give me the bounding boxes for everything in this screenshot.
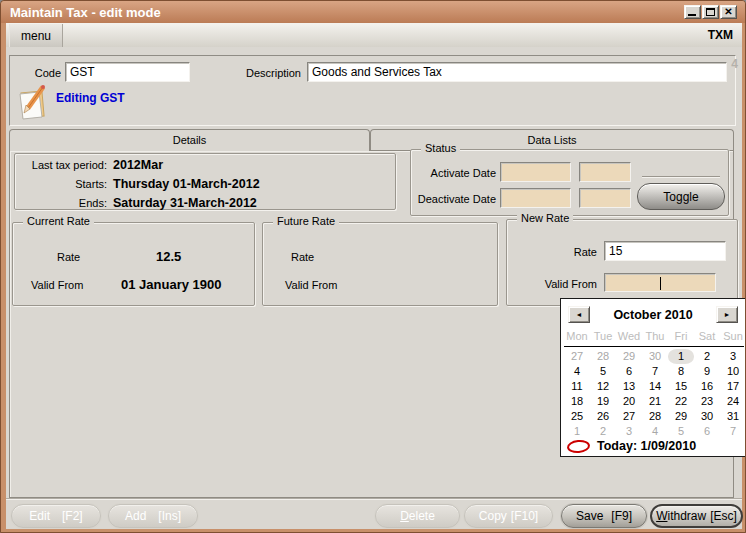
weekday-label: Thu bbox=[642, 330, 668, 342]
calendar-day[interactable]: 26 bbox=[590, 409, 616, 424]
activate-date-input-1[interactable] bbox=[500, 162, 571, 182]
new-rate-legend: New Rate bbox=[517, 212, 573, 224]
calendar-day[interactable]: 1 bbox=[564, 424, 590, 439]
calendar-day[interactable]: 8 bbox=[668, 364, 694, 379]
maximize-icon bbox=[706, 8, 715, 16]
calendar-day[interactable]: 21 bbox=[642, 394, 668, 409]
calendar-day[interactable]: 15 bbox=[668, 379, 694, 394]
calendar-day[interactable]: 6 bbox=[616, 364, 642, 379]
calendar-day[interactable]: 30 bbox=[642, 349, 668, 364]
calendar-day[interactable]: 4 bbox=[642, 424, 668, 439]
calendar-day[interactable]: 19 bbox=[590, 394, 616, 409]
calendar-day[interactable]: 11 bbox=[564, 379, 590, 394]
save-button-label: Save bbox=[576, 509, 603, 523]
calendar-day[interactable]: 5 bbox=[668, 424, 694, 439]
current-rate-group: Current Rate Rate 12.5 Valid From 01 Jan… bbox=[12, 222, 255, 306]
deactivate-date-label: Deactivate Date bbox=[411, 193, 496, 205]
calendar-day[interactable]: 2 bbox=[694, 349, 720, 364]
calendar-day[interactable]: 23 bbox=[694, 394, 720, 409]
status-divider-line bbox=[642, 176, 720, 177]
new-rate-input[interactable] bbox=[604, 241, 726, 261]
calendar-days: 2728293012345678910111213141516171819202… bbox=[564, 349, 746, 439]
new-rate-label: Rate bbox=[527, 246, 597, 258]
calendar-day[interactable]: 29 bbox=[668, 409, 694, 424]
save-button[interactable]: Save[F9] bbox=[561, 504, 647, 528]
calendar-next-month-button[interactable]: ► bbox=[716, 306, 738, 323]
future-valid-from-label: Valid From bbox=[285, 279, 337, 291]
future-rate-group: Future Rate Rate Valid From bbox=[262, 222, 498, 306]
calendar-day[interactable]: 4 bbox=[564, 364, 590, 379]
toggle-button[interactable]: Toggle bbox=[637, 183, 725, 210]
app-window: Maintain Tax - edit mode ✕ menu TXM 4 Co… bbox=[0, 0, 746, 533]
withdraw-button[interactable]: Withdraw[Esc] bbox=[650, 504, 743, 528]
activate-date-input-2[interactable] bbox=[579, 162, 631, 182]
code-input[interactable] bbox=[65, 62, 190, 82]
deactivate-date-input-2[interactable] bbox=[579, 188, 631, 208]
new-valid-from-label: Valid From bbox=[517, 278, 597, 290]
save-button-key: [F9] bbox=[611, 509, 632, 523]
last-tax-period-value: 2012Mar bbox=[113, 158, 163, 172]
close-button[interactable]: ✕ bbox=[720, 5, 737, 19]
calendar-day[interactable]: 9 bbox=[694, 364, 720, 379]
calendar-day[interactable]: 10 bbox=[720, 364, 746, 379]
code-label: Code bbox=[17, 67, 61, 79]
description-label: Description bbox=[237, 67, 301, 79]
current-rate-value: 12.5 bbox=[156, 249, 181, 264]
calendar-weekday-header: Mon Tue Wed Thu Fri Sat Sun bbox=[564, 330, 746, 342]
weekday-separator-line bbox=[564, 346, 744, 347]
calendar-day[interactable]: 22 bbox=[668, 394, 694, 409]
edit-button[interactable]: Edit[F2] bbox=[11, 504, 101, 528]
future-rate-label: Rate bbox=[291, 251, 314, 263]
weekday-label: Sun bbox=[720, 330, 746, 342]
calendar-day[interactable]: 7 bbox=[642, 364, 668, 379]
edit-status-text: Editing GST bbox=[56, 91, 125, 105]
calendar-day[interactable]: 1 bbox=[668, 349, 694, 364]
copy-button-label: Copy bbox=[479, 509, 507, 523]
calendar-day[interactable]: 14 bbox=[642, 379, 668, 394]
calendar-day[interactable]: 28 bbox=[590, 349, 616, 364]
calendar-day[interactable]: 27 bbox=[564, 349, 590, 364]
status-legend: Status bbox=[421, 142, 460, 154]
new-rate-group: New Rate Rate Valid From bbox=[506, 219, 738, 306]
copy-button[interactable]: Copy[F10] bbox=[464, 504, 553, 528]
calendar-day[interactable]: 25 bbox=[564, 409, 590, 424]
calendar-day[interactable]: 30 bbox=[694, 409, 720, 424]
calendar-day[interactable]: 16 bbox=[694, 379, 720, 394]
calendar-day[interactable]: 3 bbox=[616, 424, 642, 439]
title-bar: Maintain Tax - edit mode bbox=[1, 1, 746, 23]
calendar-today-label[interactable]: Today: 1/09/2010 bbox=[597, 439, 696, 453]
calendar-day[interactable]: 18 bbox=[564, 394, 590, 409]
window-title: Maintain Tax - edit mode bbox=[1, 5, 161, 20]
maximize-button[interactable] bbox=[702, 5, 719, 19]
calendar-day[interactable]: 7 bbox=[720, 424, 746, 439]
calendar-day[interactable]: 12 bbox=[590, 379, 616, 394]
minimize-button[interactable] bbox=[684, 5, 701, 19]
action-bar-divider bbox=[6, 498, 742, 499]
calendar-day[interactable]: 28 bbox=[642, 409, 668, 424]
delete-button[interactable]: Delete bbox=[375, 504, 460, 528]
calendar-day[interactable]: 3 bbox=[720, 349, 746, 364]
calendar-day[interactable]: 27 bbox=[616, 409, 642, 424]
calendar-day[interactable]: 17 bbox=[720, 379, 746, 394]
tab-details[interactable]: Details bbox=[9, 129, 370, 151]
calendar-day[interactable]: 5 bbox=[590, 364, 616, 379]
calendar-day[interactable]: 2 bbox=[590, 424, 616, 439]
calendar-day[interactable]: 13 bbox=[616, 379, 642, 394]
calendar-day[interactable]: 29 bbox=[616, 349, 642, 364]
description-input[interactable] bbox=[307, 62, 727, 82]
calendar-day[interactable]: 6 bbox=[694, 424, 720, 439]
text-caret bbox=[660, 277, 661, 290]
weekday-label: Tue bbox=[590, 330, 616, 342]
new-valid-from-input[interactable] bbox=[604, 273, 716, 292]
add-button[interactable]: Add[Ins] bbox=[108, 504, 198, 528]
deactivate-date-input-1[interactable] bbox=[500, 188, 571, 208]
future-rate-legend: Future Rate bbox=[273, 215, 339, 227]
add-button-label: Add bbox=[125, 509, 146, 523]
weekday-label: Wed bbox=[616, 330, 642, 342]
period-ends-label: Ends: bbox=[23, 197, 107, 209]
calendar-day[interactable]: 20 bbox=[616, 394, 642, 409]
calendar-day[interactable]: 24 bbox=[720, 394, 746, 409]
record-indicator: 4 bbox=[731, 57, 738, 71]
menu-button[interactable]: menu bbox=[9, 24, 63, 47]
calendar-day[interactable]: 31 bbox=[720, 409, 746, 424]
